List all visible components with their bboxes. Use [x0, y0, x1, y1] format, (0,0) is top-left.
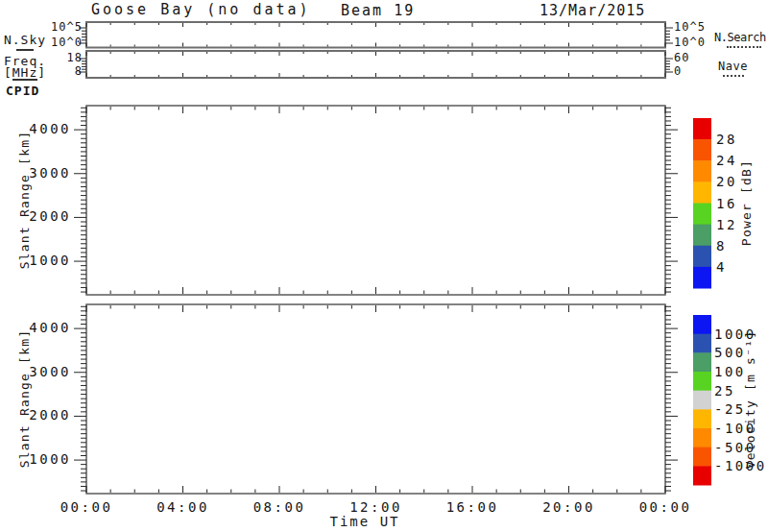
colorbar-tick-label: 20 [716, 174, 737, 190]
colorbar-tick-label: 12 [716, 217, 737, 233]
aux-axis-tick-label: 60 [674, 51, 712, 65]
colorbar-tick-label: 28 [716, 132, 737, 148]
freq-solid-line-sample [12, 79, 37, 81]
time-axis-label: Time UT [317, 514, 413, 530]
nave-dotted-line-sample [723, 72, 744, 77]
power-colorbar-label: Power [dB] [739, 159, 754, 246]
colorbar-tick-label: -25 [714, 401, 746, 418]
colorbar-tick-label: 500 [714, 345, 746, 361]
aux-axis-tick-label: 18 [48, 51, 83, 65]
cpid-label: CPID [6, 83, 39, 99]
colorbar-tick-label: 4 [716, 259, 727, 276]
power-panel-ylabel: Slant Range [km] [17, 131, 32, 269]
colorbar-tick-label: 16 [716, 196, 737, 212]
colorbar-tick-label: 1000 [714, 326, 756, 343]
colorbar-tick-label: 100 [714, 364, 746, 380]
colorbar-tick-label: -1000 [714, 458, 767, 474]
velocity-panel-ylabel: Slant Range [km] [17, 329, 32, 468]
colorbar-tick-label: -500 [714, 440, 756, 456]
nsky-solid-line-sample [16, 49, 34, 51]
date-label: 13/Mar/2015 [540, 3, 645, 19]
slant-range-tick-label: 1000 [21, 451, 71, 468]
aux-axis-tick-label: 10^5 [674, 20, 712, 35]
station-title: Goose Bay (no data) [91, 2, 311, 18]
slant-range-tick-label: 4000 [21, 121, 71, 137]
time-tick-label: 00:00 [627, 499, 704, 516]
time-tick-label: 00:00 [48, 499, 125, 516]
slant-range-tick-label: 3000 [21, 165, 71, 181]
colorbar-tick-label: 24 [716, 153, 737, 169]
time-tick-label: 08:00 [241, 499, 318, 516]
slant-range-tick-label: 4000 [21, 320, 71, 336]
time-tick-label: 16:00 [434, 499, 511, 516]
aux-axis-tick-label: 10^5 [48, 20, 83, 35]
slant-range-tick-label: 2000 [21, 407, 71, 423]
slant-range-tick-label: 3000 [21, 364, 71, 380]
colorbar-tick-label: 25 [714, 383, 735, 399]
slant-range-tick-label: 1000 [21, 253, 71, 269]
time-tick-label: 12:00 [338, 499, 415, 516]
beam-label: Beam 19 [341, 3, 415, 19]
colorbar-tick-label: 8 [716, 238, 727, 254]
aux-axis-tick-label: 0 [674, 64, 712, 79]
aux-axis-tick-label: 10^0 [674, 36, 712, 50]
colorbar-tick-label: -100 [714, 421, 756, 437]
nsky-legend-label: N.Sky [2, 32, 48, 48]
time-tick-label: 20:00 [531, 499, 608, 516]
superdarn-summary-plot: Goose Bay (no data) Beam 19 13/Mar/2015 … [0, 0, 768, 532]
plot-axes-svg [0, 0, 768, 532]
aux-axis-tick-label: 8 [48, 64, 83, 79]
aux-axis-tick-label: 10^0 [48, 36, 83, 50]
slant-range-tick-label: 2000 [21, 208, 71, 225]
time-tick-label: 04:00 [145, 499, 222, 516]
nsearch-dotted-line-sample [727, 43, 761, 48]
